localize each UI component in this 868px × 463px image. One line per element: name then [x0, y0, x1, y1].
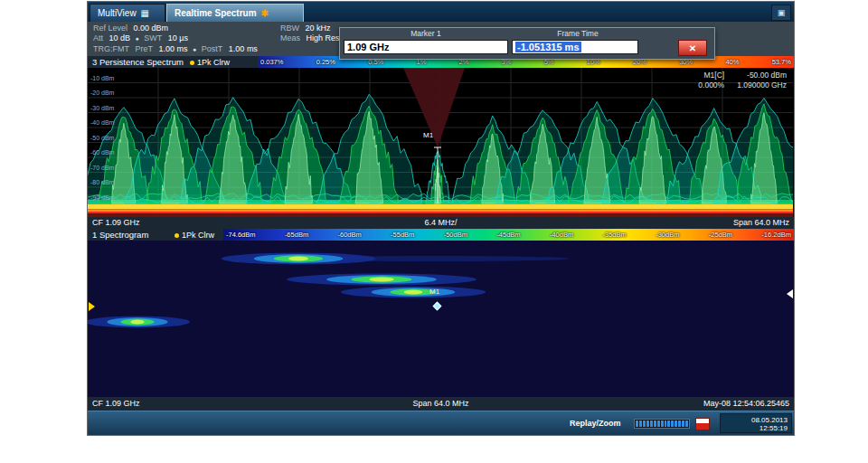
- spectrogram-panel-header: 1 Spectrogram 1Pk Clrw -74.6dBm-65dBm-60…: [88, 229, 794, 241]
- y-axis-label: -90 dBm: [90, 194, 114, 201]
- tab-realtime-label: Realtime Spectrum: [175, 8, 257, 18]
- att-swt-row: Att 10 dB ● SWT 10 µs: [93, 33, 188, 43]
- spectrogram-scale-label: -50dBm: [444, 231, 467, 239]
- frame-timestamp: May-08 12:54:06.25465: [703, 399, 789, 408]
- close-icon: ✕: [689, 43, 696, 53]
- window-icon: ▣: [778, 8, 786, 17]
- progress-segment: [685, 420, 688, 427]
- marker-dialog-title: Marker 1: [340, 29, 512, 38]
- y-axis-label: -20 dBm: [90, 90, 114, 96]
- trace-dot-icon: [175, 233, 179, 238]
- rbw-row: RBW 20 kHz: [280, 24, 331, 33]
- swt-label: SWT: [144, 33, 162, 43]
- per-division: 6.4 MHz/: [88, 218, 794, 227]
- spectrogram-plot: [88, 241, 793, 397]
- bullet-icon: ●: [136, 35, 139, 42]
- replay-progress-bar[interactable]: [634, 419, 690, 429]
- frame-position-left-arrow-icon[interactable]: [89, 302, 95, 311]
- tab-multiview[interactable]: MultiView ▦: [90, 4, 165, 22]
- marker-m1-label: M1: [423, 131, 433, 139]
- span-value[interactable]: Span 64.0 MHz: [733, 218, 789, 227]
- ref-level-value[interactable]: 0.00 dBm: [134, 24, 169, 33]
- progress-segment: [675, 420, 677, 427]
- trace-info[interactable]: 1Pk Clrw: [190, 58, 230, 67]
- marker-level: -50.00 dBm: [737, 71, 787, 80]
- spectrogram-display[interactable]: M1: [88, 241, 794, 397]
- progress-segment: [665, 420, 667, 427]
- swt-value[interactable]: 10 µs: [168, 33, 188, 43]
- bullet-icon: ●: [193, 46, 196, 52]
- status-bar: Replay/Zoom 08.05.2013 12:55:19: [88, 411, 794, 435]
- persistence-scale-label: 40%: [725, 58, 739, 66]
- progress-segment: [643, 420, 646, 427]
- spectrogram-scale-label: -55dBm: [391, 231, 414, 239]
- persistence-scale-label: 0.037%: [260, 58, 283, 66]
- persistence-panel-title: 3 Persistence Spectrum: [92, 57, 184, 67]
- rbw-value[interactable]: 20 kHz: [306, 24, 331, 33]
- spectrogram-scale-label: -40dBm: [550, 231, 573, 239]
- progress-segment: [636, 420, 638, 427]
- marker-name: M1[C]: [698, 71, 724, 80]
- postt-value[interactable]: 1.00 ms: [229, 44, 258, 53]
- spectrogram-panel-footer: CF 1.09 GHz Span 64.0 MHz May-08 12:54:0…: [88, 397, 794, 411]
- spectrum-trace-plot: [88, 68, 793, 217]
- marker-frequency-value: 1.09 GHz: [347, 42, 389, 52]
- unsaved-star-icon: ✱: [261, 8, 269, 18]
- marker-frequency: 1.090000 GHz: [737, 80, 787, 90]
- spectrogram-scale-label: -16.2dBm: [761, 231, 791, 239]
- persistence-scale-label: 53.7%: [772, 58, 791, 66]
- tab-multiview-label: MultiView: [98, 8, 137, 18]
- persistence-panel-footer: CF 1.09 GHz 6.4 MHz/ Span 64.0 MHz: [88, 217, 794, 229]
- marker-readout: M1[C] -50.00 dBm 0.000% 1.090000 GHz: [698, 71, 787, 90]
- y-axis-label: -10 dBm: [90, 75, 114, 81]
- trg-label: TRG:FMT: [93, 44, 129, 53]
- progress-segment: [639, 420, 642, 427]
- spectrogram-scale-label: -74.6dBm: [226, 231, 256, 239]
- marker-dialog: Marker 1 Frame Time 1.09 GHz -1.051315 m…: [339, 27, 715, 60]
- trace-dot-icon: [190, 61, 194, 65]
- replay-zoom-label: Replay/Zoom: [570, 419, 621, 428]
- spectrogram-panel-title: 1 Spectrogram: [92, 230, 148, 240]
- y-axis-label: -50 dBm: [90, 135, 114, 141]
- trace-info[interactable]: 1Pk Clrw: [175, 231, 214, 240]
- tab-bar: MultiView ▦ Realtime Spectrum ✱ ▣: [88, 2, 794, 22]
- status-time: 12:55:19: [724, 424, 788, 432]
- spectrogram-scale-label: -60dBm: [337, 231, 361, 239]
- analyzer-window: MultiView ▦ Realtime Spectrum ✱ ▣ Ref Le…: [88, 2, 794, 435]
- window-controls-button[interactable]: ▣: [771, 5, 791, 21]
- dialog-close-button[interactable]: ✕: [678, 40, 707, 56]
- progress-segment: [654, 420, 656, 427]
- marker-frequency-input[interactable]: 1.09 GHz: [344, 40, 508, 54]
- tab-realtime-spectrum[interactable]: Realtime Spectrum ✱: [166, 4, 304, 22]
- persistence-spectrum-display[interactable]: -10 dBm-20 dBm-30 dBm-40 dBm-50 dBm-60 d…: [88, 68, 794, 217]
- y-axis-label: -40 dBm: [90, 119, 114, 126]
- span-value[interactable]: Span 64.0 MHz: [88, 399, 794, 408]
- spectrogram-scale-label: -45dBm: [496, 231, 520, 239]
- frame-time-input[interactable]: -1.051315 ms: [512, 40, 638, 54]
- record-icon: [695, 418, 710, 430]
- postt-label: PostT: [202, 44, 223, 53]
- progress-segment: [671, 420, 674, 427]
- att-label: Att: [93, 33, 103, 43]
- rbw-label: RBW: [280, 24, 299, 33]
- trace-label: 1Pk Clrw: [182, 231, 214, 240]
- y-axis-label: -30 dBm: [90, 105, 114, 111]
- progress-segment: [682, 420, 684, 427]
- persistence-scale-label: 0.25%: [316, 58, 335, 66]
- progress-segment: [657, 420, 660, 427]
- pret-value[interactable]: 1.00 ms: [159, 44, 188, 53]
- progress-segment: [667, 420, 670, 427]
- spectrogram-scale-label: -35dBm: [603, 231, 627, 239]
- spectrogram-scale-label: -65dBm: [285, 231, 308, 239]
- frame-time-title: Frame Time: [510, 29, 646, 38]
- att-value[interactable]: 10 dB: [109, 33, 131, 43]
- progress-segment: [646, 420, 649, 427]
- meas-label: Meas: [280, 33, 300, 43]
- y-axis-label: -60 dBm: [90, 149, 114, 156]
- frame-position-right-arrow-icon[interactable]: [787, 289, 793, 298]
- marker-percent: 0.000%: [698, 80, 724, 90]
- spectrogram-color-scale: -74.6dBm-65dBm-60dBm-55dBm-50dBm-45dBm-4…: [223, 229, 794, 241]
- progress-segment: [650, 420, 653, 427]
- trace-label: 1Pk Clrw: [197, 58, 230, 67]
- trigger-row: TRG:FMT PreT 1.00 ms ● PostT 1.00 ms: [93, 44, 258, 53]
